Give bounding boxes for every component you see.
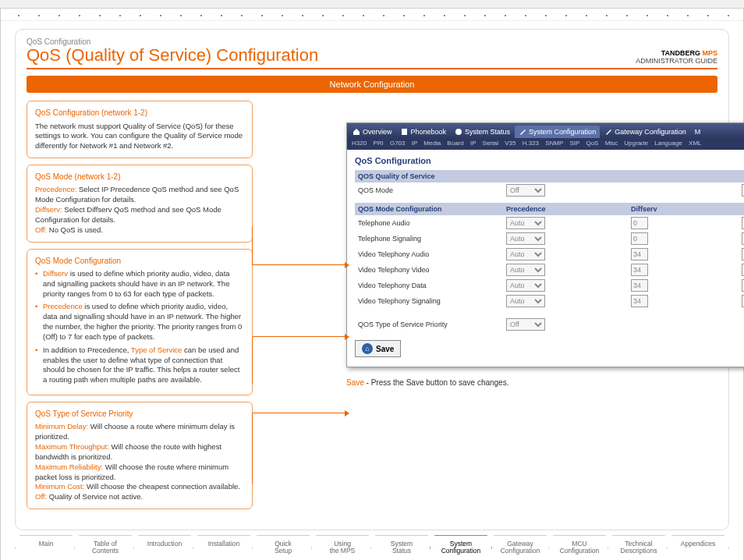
term-off: Off:	[35, 492, 47, 501]
select-tos-priority[interactable]: Off	[506, 318, 545, 331]
term-precedence: Precedence:	[35, 185, 76, 193]
label-qos-mode: QOS Mode	[358, 186, 506, 194]
brand-suffix: MPS	[702, 49, 717, 57]
row-tos-priority: QOS Type of Service Priority Off	[355, 317, 744, 332]
panel-heading: QoS Configuration	[355, 156, 744, 165]
gear-icon	[455, 128, 462, 136]
input-diffserv[interactable]	[631, 279, 648, 292]
nav-tab[interactable]: SystemStatus	[370, 535, 433, 560]
nav-tab[interactable]: GatewayConfiguration	[489, 535, 551, 560]
section-banner: Network Configuration	[27, 76, 717, 93]
nav-tab[interactable]: SystemConfiguration	[430, 535, 492, 560]
svg-point-1	[455, 129, 462, 135]
explanation-column: QoS Configuration (network 1-2) The netw…	[27, 101, 253, 516]
term-min-cost: Minimum Cost:	[35, 482, 84, 491]
nav-tab[interactable]: Main	[15, 535, 77, 560]
tab-system-configuration[interactable]: System Configuration	[515, 126, 600, 138]
app-subnav[interactable]: H320 PRI G703 IP Media Board IP Serial V…	[347, 138, 744, 150]
term-min-delay: Minimum Delay:	[35, 422, 88, 431]
embedded-screenshot: Overview Phonebook System Status System …	[346, 122, 744, 367]
config-row: Telephone SignalingAutoAuto	[355, 231, 744, 246]
nav-tab[interactable]: Installation	[193, 535, 255, 560]
nav-tab[interactable]: QuickSetup	[252, 535, 314, 560]
save-button[interactable]: ⌂ Save	[355, 340, 401, 357]
row-label: Video Telephony Signaling	[358, 297, 506, 305]
document-page: QoS Configuration QoS (Quality of Servic…	[0, 8, 744, 560]
nav-tab[interactable]: TechnicalDescriptions	[608, 535, 670, 560]
term-precedence: Precedence	[43, 302, 83, 310]
input-diffserv[interactable]	[631, 295, 648, 307]
brand-name: TANDBERG	[661, 49, 700, 57]
term-off: Off:	[35, 225, 47, 234]
connector-column	[253, 101, 346, 516]
config-row: Video Telephony SignalingAutoAuto	[355, 293, 744, 309]
label-tos-priority: QOS Type of Service Priority	[358, 321, 506, 328]
card-body: The network must support Quality of Serv…	[35, 122, 244, 151]
save-note: Save - Press the Save button to save cha…	[346, 378, 744, 387]
connector-arrow-icon	[253, 413, 345, 413]
input-diffserv[interactable]	[631, 232, 648, 245]
card-heading: QoS Configuration (network 1-2)	[35, 108, 244, 119]
screenshot-column: Overview Phonebook System Status System …	[346, 101, 744, 516]
term-max-reliability: Maximum Reliability:	[35, 463, 103, 471]
select-precedence[interactable]: Auto	[506, 232, 545, 245]
config-row: Video Telephony AudioAutoAuto	[355, 246, 744, 262]
input-diffserv[interactable]	[631, 248, 648, 261]
row-label: Telephone Audio	[358, 219, 506, 227]
page-title: QoS (Quality of Service) Configuration	[27, 46, 318, 65]
connector-arrow-icon	[253, 336, 345, 337]
select-qos-mode-1[interactable]: Off	[506, 184, 545, 197]
book-icon	[401, 128, 409, 136]
save-button-label: Save	[376, 345, 394, 353]
select-precedence[interactable]: Auto	[506, 248, 545, 261]
card-heading: QoS Type of Service Priority	[35, 409, 244, 420]
home-icon	[353, 128, 360, 136]
content-frame: QoS Configuration QoS (Quality of Servic…	[15, 29, 729, 530]
input-diffserv[interactable]	[631, 217, 648, 229]
binding-decoration	[1, 9, 743, 21]
wrench-icon	[604, 128, 612, 136]
select-precedence[interactable]: Auto	[506, 217, 545, 229]
save-icon: ⌂	[362, 343, 373, 354]
page-header: QoS Configuration QoS (Quality of Servic…	[27, 37, 717, 69]
document-nav-tabs: MainTable ofContentsIntroductionInstalla…	[15, 535, 729, 560]
nav-tab[interactable]: Introduction	[133, 535, 196, 560]
row-label: Telephone Signaling	[358, 235, 506, 243]
config-row: Video Telephony DataAutoAuto	[355, 278, 744, 293]
card-heading: QoS Mode (network 1-2)	[35, 172, 244, 183]
card-qos-config: QoS Configuration (network 1-2) The netw…	[27, 101, 253, 158]
term-max-throughput: Maximum Throughput:	[35, 442, 109, 451]
section-header-mode-config: QOS Mode Configuration Precedence Diffse…	[355, 203, 744, 215]
tab-gateway-configuration[interactable]: Gateway Configuration	[601, 126, 690, 138]
config-row: Video Telephony VideoAutoAuto	[355, 262, 744, 278]
tab-overview[interactable]: Overview	[349, 126, 396, 138]
term-tos: Type of Service	[131, 346, 182, 354]
tab-system-status[interactable]: System Status	[451, 126, 514, 138]
tab-more[interactable]: M	[691, 126, 705, 138]
select-precedence[interactable]: Auto	[506, 264, 545, 276]
select-precedence[interactable]: Auto	[506, 279, 545, 292]
input-diffserv[interactable]	[631, 264, 648, 276]
term-diffserv: Diffserv:	[35, 205, 62, 214]
nav-tab[interactable]: Appendices	[667, 535, 729, 560]
svg-rect-0	[402, 129, 407, 135]
brand-header: TANDBERG MPS ADMINISTRATOR GUIDE	[636, 49, 717, 65]
select-precedence[interactable]: Auto	[506, 295, 545, 307]
card-heading: QoS Mode Configuration	[35, 256, 244, 267]
wrench-icon	[519, 128, 526, 136]
nav-tab[interactable]: Usingthe MPS	[311, 535, 374, 560]
nav-tab[interactable]: MCUConfiguration	[548, 535, 611, 560]
term-diffserv: Diffserv	[43, 269, 68, 278]
row-qos-mode: QOS Mode Off Off	[355, 183, 744, 198]
card-tos-priority: QoS Type of Service Priority Minimum Del…	[27, 402, 253, 509]
tab-phonebook[interactable]: Phonebook	[397, 126, 451, 138]
nav-tab[interactable]: Table ofContents	[74, 535, 136, 560]
card-qos-mode: QoS Mode (network 1-2) Precedence: Selec…	[27, 165, 253, 243]
card-qos-mode-config: QoS Mode Configuration Diffserv is used …	[27, 249, 253, 395]
row-label: Video Telephony Video	[358, 266, 506, 274]
guide-label: ADMINISTRATOR GUIDE	[636, 57, 717, 65]
row-label: Video Telephony Audio	[358, 250, 506, 258]
app-tabs: Overview Phonebook System Status System …	[347, 123, 744, 138]
row-label: Video Telephony Data	[358, 282, 506, 289]
section-header-qos: QOS Quality of Service	[355, 170, 744, 183]
